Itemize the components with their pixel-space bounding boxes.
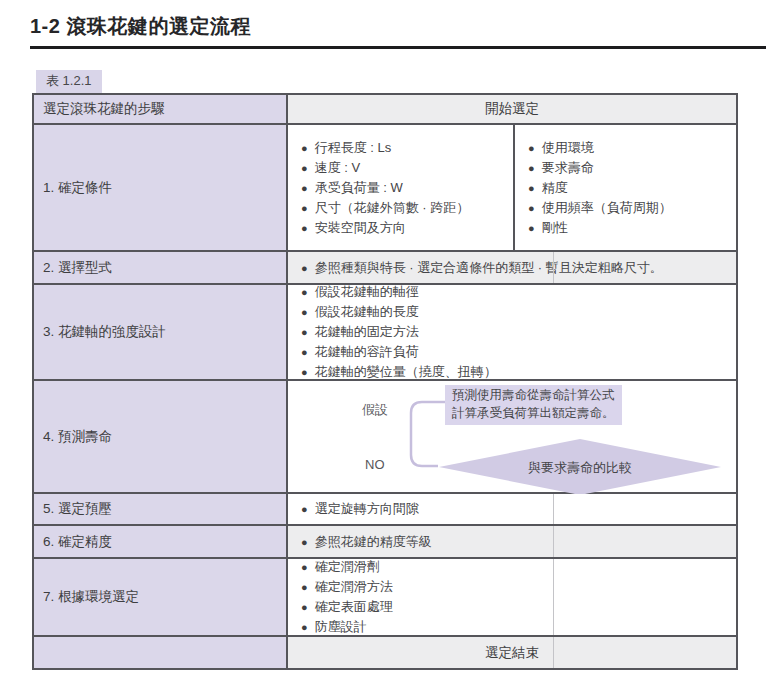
bullet-text: 尺寸（花鍵外筒數 · 跨距） — [315, 198, 470, 217]
life-calc-note-line2: 計算承受負荷算出額定壽命。 — [452, 405, 615, 423]
bullet-item: ●使用環境 — [528, 138, 736, 158]
bullet-item: ●精度 — [528, 178, 736, 198]
bullet-text: 花鍵軸的變位量（撓度、扭轉） — [315, 362, 497, 381]
bullet-icon: ● — [301, 219, 308, 238]
bullet-icon: ● — [528, 139, 535, 158]
bullet-icon: ● — [301, 199, 308, 218]
table-row: 2. 選擇型式 ●參照種類與特長 · 選定合適條件的類型 · 暫且決定粗略尺寸。 — [34, 250, 736, 283]
bullet-text: 速度 : V — [315, 158, 361, 177]
table-row: 選定滾珠花鍵的步驟 開始選定 — [34, 95, 736, 123]
table-row: 選定結束 — [34, 635, 736, 668]
bullet-text: 選定旋轉方向間隙 — [315, 499, 419, 518]
selection-end-label: 選定結束 — [288, 637, 736, 668]
bullet-icon: ● — [301, 618, 308, 637]
bullet-icon: ● — [301, 139, 308, 158]
header-start-cell: 開始選定 — [288, 95, 736, 123]
bullet-item: ●參照花鍵的精度等級 — [301, 532, 432, 552]
bullet-text: 要求壽命 — [542, 158, 594, 177]
bullet-item: ●選定旋轉方向間隙 — [301, 499, 419, 519]
bullet-item: ●花鍵軸的容許負荷 — [301, 342, 736, 362]
table-number-label: 表 1.2.1 — [36, 70, 102, 93]
table-row: 3. 花鍵軸的強度設計 ●假設花鍵軸的軸徑●假設花鍵軸的長度●花鍵軸的固定方法●… — [34, 283, 736, 379]
conditions-cell: ●行程長度 : Ls●速度 : V●承受負荷量 : W●尺寸（花鍵外筒數 · 跨… — [288, 125, 736, 250]
life-calc-note-line1: 預測使用壽命從壽命計算公式 — [452, 387, 615, 405]
bullet-text: 確定潤滑劑 — [315, 557, 380, 576]
bullet-text: 假設花鍵軸的長度 — [315, 302, 419, 321]
environment-cell: ●確定潤滑劑●確定潤滑方法●確定表面處理●防塵設計 — [288, 559, 736, 635]
bullet-text: 花鍵軸的固定方法 — [315, 322, 419, 341]
step-label: 7. 根據環境選定 — [34, 559, 288, 635]
hairline-divider — [553, 637, 554, 668]
strength-design-cell: ●假設花鍵軸的軸徑●假設花鍵軸的長度●花鍵軸的固定方法●花鍵軸的容許負荷●花鍵軸… — [288, 285, 736, 379]
selection-flow-table: 選定滾珠花鍵的步驟 開始選定 1. 確定條件 ●行程長度 : Ls●速度 : V… — [32, 93, 738, 670]
bullet-text: 行程長度 : Ls — [315, 138, 392, 157]
bullet-text: 防塵設計 — [315, 617, 367, 636]
conditions-left-list: ●行程長度 : Ls●速度 : V●承受負荷量 : W●尺寸（花鍵外筒數 · 跨… — [288, 125, 515, 250]
conditions-right-list: ●使用環境●要求壽命●精度●使用頻率（負荷周期）●剛性 — [515, 125, 736, 250]
bullet-item: ●安裝空間及方向 — [301, 218, 513, 238]
assume-label: 假設 — [362, 401, 388, 419]
step-label: 1. 確定條件 — [34, 125, 288, 250]
table-row: 4. 預測壽命 假設 NO 預測使用壽命從壽命計算公式 計算承受負荷算出額定壽命… — [34, 379, 736, 492]
bullet-text: 安裝空間及方向 — [315, 218, 406, 237]
bullet-item: ●參照種類與特長 · 選定合適條件的類型 · 暫且決定粗略尺寸。 — [301, 258, 663, 278]
bullet-icon: ● — [301, 159, 308, 178]
document-page: 1-2 滾珠花鍵的選定流程 表 1.2.1 選定滾珠花鍵的步驟 開始選定 1. … — [0, 0, 770, 683]
table-row: 6. 確定精度 ●參照花鍵的精度等級 — [34, 524, 736, 557]
bullet-text: 確定表面處理 — [315, 597, 393, 616]
bullet-item: ●花鍵軸的變位量（撓度、扭轉） — [301, 362, 736, 382]
bullet-text: 參照花鍵的精度等級 — [315, 532, 432, 551]
hairline-divider — [553, 494, 554, 524]
bullet-item: ●確定潤滑方法 — [301, 577, 736, 597]
bullet-item: ●行程長度 : Ls — [301, 138, 513, 158]
bullet-icon: ● — [528, 159, 535, 178]
table-row: 7. 根據環境選定 ●確定潤滑劑●確定潤滑方法●確定表面處理●防塵設計 — [34, 557, 736, 635]
environment-list: ●確定潤滑劑●確定潤滑方法●確定表面處理●防塵設計 — [288, 559, 736, 635]
bullet-icon: ● — [528, 179, 535, 198]
bullet-icon: ● — [301, 283, 308, 302]
bullet-text: 假設花鍵軸的軸徑 — [315, 282, 419, 301]
bullet-item: ●要求壽命 — [528, 158, 736, 178]
table-row: 1. 確定條件 ●行程長度 : Ls●速度 : V●承受負荷量 : W●尺寸（花… — [34, 123, 736, 250]
footer-empty-cell — [34, 637, 288, 668]
bullet-item: ●使用頻率（負荷周期） — [528, 198, 736, 218]
bullet-icon: ● — [301, 363, 308, 382]
bullet-icon: ● — [301, 533, 308, 552]
selection-end-cell: 選定結束 — [288, 637, 736, 668]
preload-list: ●選定旋轉方向間隙 — [288, 494, 736, 524]
bullet-text: 花鍵軸的容許負荷 — [315, 342, 419, 361]
header-steps-cell: 選定滾珠花鍵的步驟 — [34, 95, 288, 123]
title-underline — [30, 46, 766, 49]
flow-connector-line — [411, 402, 446, 466]
step-label: 5. 選定預壓 — [34, 494, 288, 524]
life-calc-note: 預測使用壽命從壽命計算公式 計算承受負荷算出額定壽命。 — [445, 385, 622, 425]
bullet-icon: ● — [301, 598, 308, 617]
bullet-text: 使用頻率（負荷周期） — [542, 198, 672, 217]
bullet-text: 剛性 — [542, 218, 568, 237]
bullet-text: 使用環境 — [542, 138, 594, 157]
bullet-text: 承受負荷量 : W — [315, 178, 403, 197]
bullet-icon: ● — [301, 558, 308, 577]
bullet-icon: ● — [301, 343, 308, 362]
bullet-icon: ● — [301, 578, 308, 597]
bullet-item: ●確定潤滑劑 — [301, 557, 736, 577]
table-row: 5. 選定預壓 ●選定旋轉方向間隙 — [34, 492, 736, 524]
bullet-item: ●尺寸（花鍵外筒數 · 跨距） — [301, 198, 513, 218]
bullet-item: ●假設花鍵軸的軸徑 — [301, 282, 736, 302]
bullet-item: ●剛性 — [528, 218, 736, 238]
bullet-icon: ● — [301, 500, 308, 519]
bullet-icon: ● — [301, 303, 308, 322]
bullet-icon: ● — [301, 323, 308, 342]
bullet-text: 精度 — [542, 178, 568, 197]
hairline-divider — [553, 526, 554, 557]
accuracy-list: ●參照花鍵的精度等級 — [288, 526, 736, 557]
preload-cell: ●選定旋轉方向間隙 — [288, 494, 736, 524]
bullet-icon: ● — [528, 219, 535, 238]
bullet-item: ●確定表面處理 — [301, 597, 736, 617]
bullet-icon: ● — [528, 199, 535, 218]
bullet-item: ●花鍵軸的固定方法 — [301, 322, 736, 342]
bullet-icon: ● — [301, 179, 308, 198]
strength-design-list: ●假設花鍵軸的軸徑●假設花鍵軸的長度●花鍵軸的固定方法●花鍵軸的容許負荷●花鍵軸… — [288, 285, 736, 379]
step-label: 4. 預測壽命 — [34, 381, 288, 492]
no-label: NO — [365, 457, 385, 472]
